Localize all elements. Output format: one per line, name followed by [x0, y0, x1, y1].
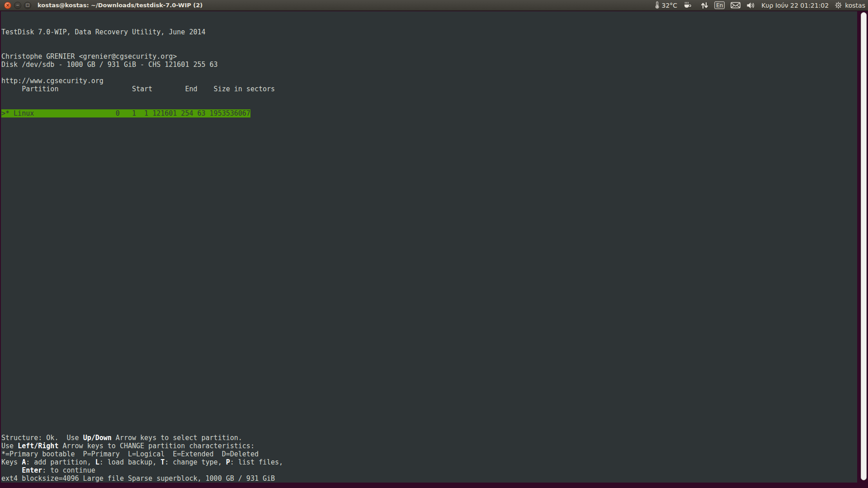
help-key-highlight: T: [160, 458, 165, 466]
temperature-value: 32°C: [662, 2, 678, 9]
help-text-segment: Use: [1, 442, 18, 450]
temperature-indicator[interactable]: 32°C: [654, 1, 678, 9]
selected-partition-row: >* Linux 0 1 1 121601 254 63 1953536067: [1, 109, 275, 117]
minimize-button[interactable]: −: [14, 2, 21, 9]
help-text-block: Structure: Ok. Use Up/Down Arrow keys to…: [1, 434, 283, 483]
scrollbar-thumb[interactable]: [861, 12, 867, 480]
help-text-line: ext4 blocksize=4096 Large file Sparse su…: [1, 474, 283, 483]
help-text-segment: *=Primary bootable P=Primary L=Logical E…: [1, 450, 259, 458]
thermometer-icon: [654, 1, 660, 9]
close-icon: ×: [6, 3, 9, 8]
help-text-segment: : list files,: [230, 458, 283, 466]
help-text-segment: Arrow keys to CHANGE partition character…: [58, 442, 254, 450]
testdisk-version-line: TestDisk 7.0-WIP, Data Recovery Utility,…: [1, 28, 206, 36]
disk-info-line: Disk /dev/sdb - 1000 GB / 931 GiB - CHS …: [1, 61, 275, 69]
maximize-icon: □: [26, 3, 30, 7]
help-key-highlight: Up/Down: [83, 434, 112, 442]
help-text-segment: [1, 466, 22, 474]
help-text-line: Structure: Ok. Use Up/Down Arrow keys to…: [1, 434, 283, 442]
help-text-line: Enter: to continue: [1, 466, 283, 474]
layout-indicator[interactable]: En: [714, 1, 725, 9]
maximize-button[interactable]: □: [24, 2, 31, 9]
partition-table-header: Partition Start End Size in sectors: [1, 85, 275, 93]
help-text-segment: Structure: Ok. Use: [1, 434, 83, 442]
coffee-cup-icon: [683, 1, 692, 9]
help-text-line: Keys A: add partition, L: load backup, T…: [1, 458, 283, 466]
session-indicator[interactable]: kostas: [835, 1, 865, 9]
close-button[interactable]: ×: [4, 2, 11, 9]
window-controls: × − □: [0, 2, 31, 9]
help-key-highlight: P: [226, 458, 230, 466]
arrows-up-down-icon: [701, 2, 708, 9]
clock-indicator[interactable]: Κυρ Ιούν 22 01:21:02: [761, 2, 829, 9]
help-key-highlight: L: [95, 458, 99, 466]
help-key-highlight: Left/Right: [18, 442, 58, 450]
username-label: kostas: [845, 2, 865, 9]
window-title: kostas@kostas: ~/Downloads/testdisk-7.0-…: [38, 2, 203, 9]
coffee-indicator[interactable]: [683, 1, 692, 9]
help-text-line: *=Primary bootable P=Primary L=Logical E…: [1, 450, 283, 458]
top-panel: × − □ kostas@kostas: ~/Downloads/testdis…: [0, 0, 868, 11]
system-tray: 32°C En: [654, 1, 868, 9]
minimize-icon: −: [16, 3, 19, 7]
envelope-icon: [731, 2, 741, 9]
help-text-segment: Keys: [1, 458, 22, 466]
sound-indicator[interactable]: [746, 2, 755, 9]
help-key-highlight: Enter: [22, 466, 42, 474]
gear-icon: [835, 1, 842, 9]
help-text-segment: : to continue: [42, 466, 95, 474]
keyboard-indicator[interactable]: [701, 2, 708, 9]
speaker-icon: [746, 2, 755, 9]
clock-label: Κυρ Ιούν 22 01:21:02: [761, 2, 829, 9]
help-text-segment: ext4 blocksize=4096 Large file Sparse su…: [1, 474, 275, 483]
mail-indicator[interactable]: [731, 2, 741, 9]
help-text-line: Use Left/Right Arrow keys to CHANGE part…: [1, 442, 283, 450]
terminal-window[interactable]: TestDisk 7.0-WIP, Data Recovery Utility,…: [0, 11, 868, 488]
testdisk-screen: TestDisk 7.0-WIP, Data Recovery Utility,…: [1, 11, 857, 483]
help-key-highlight: A: [22, 458, 26, 466]
disk-section: Disk /dev/sdb - 1000 GB / 931 GiB - CHS …: [1, 44, 275, 134]
help-text-segment: Arrow keys to select partition.: [112, 434, 242, 442]
help-text-segment: : add partition,: [26, 458, 95, 466]
partition-row-highlight: >* Linux 0 1 1 121601 254 63 1953536067: [1, 109, 250, 117]
help-text-segment: : change type,: [165, 458, 226, 466]
help-text-segment: : load backup,: [99, 458, 160, 466]
keyboard-layout-badge: En: [714, 1, 725, 9]
